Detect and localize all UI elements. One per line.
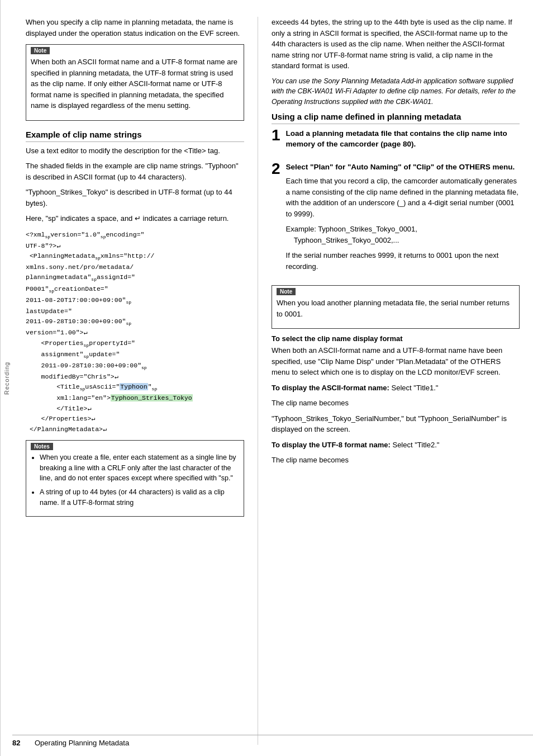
notes-label-2: Notes: [31, 443, 53, 450]
ascii-name: "Typhoon_Strikes_Tokyo_SerialNumber," bu…: [272, 413, 520, 435]
page: Recording When you specify a clip name i…: [0, 0, 533, 756]
example-cont: Typhoon_Strikes_Tokyo_0002,...: [294, 236, 399, 244]
notes-box-2: Notes When you create a file, enter each…: [26, 440, 244, 517]
content-area: When you specify a clip name in planning…: [12, 0, 533, 756]
intro-text: When you specify a clip name in planning…: [26, 17, 244, 39]
left-column: When you specify a clip name in planning…: [12, 17, 258, 745]
note-item-1: When you create a file, enter each state…: [40, 452, 239, 484]
step-2-number: 2: [272, 162, 280, 177]
note-label-1: Note: [31, 47, 50, 54]
step-1-content: Load a planning metadata file that conta…: [286, 129, 520, 153]
step-2: 2 Select "Plan" for "Auto Naming" of "Cl…: [272, 162, 520, 277]
section-title-using-clip: Using a clip name defined in planning me…: [272, 112, 520, 124]
step-2-content: Select "Plan" for "Auto Naming" of "Clip…: [286, 162, 520, 277]
clip-example-para3: "Typhoon_Strikes_Tokyo" is described in …: [26, 187, 244, 209]
step-1-heading: Load a planning metadata file that conta…: [286, 129, 520, 150]
display-format-heading: To select the clip name display format: [272, 334, 520, 343]
utf8-heading: To display the UTF-8 format name: Select…: [272, 440, 520, 451]
note-1-text: When both an ASCII format name and a UTF…: [31, 56, 239, 111]
notes-list: When you create a file, enter each state…: [31, 452, 239, 508]
display-format-body: When both an ASCII-format name and a UTF…: [272, 345, 520, 378]
ascii-heading: To display the ASCII-format name: Select…: [272, 382, 520, 394]
note-box-2: Note When you load another planning meta…: [272, 285, 520, 329]
step-2-example: Example: Typhoon_Strikes_Tokyo_0001, Typ…: [286, 224, 520, 245]
step-2-body: Each time that you record a clip, the ca…: [286, 176, 520, 219]
step-1: 1 Load a planning metadata file that con…: [272, 129, 520, 153]
utf8-heading-text: Select "Title2.": [392, 441, 439, 449]
section-title-clip-example: Example of clip name strings: [26, 130, 244, 142]
code-block: <?xmlspversion="1.0"spencoding=" UTF-8"?…: [26, 230, 244, 434]
clip-example-para1: Use a text editor to modify the descript…: [26, 145, 244, 157]
code-highlight-typhoon-strikes: Typhoon_Strikes_Tokyo: [111, 394, 193, 401]
note-2-text: When you load another planning metadata …: [277, 297, 515, 319]
clip-example-para2: The shaded fields in the example are cli…: [26, 160, 244, 182]
sidebar-label: Recording: [0, 0, 12, 756]
step-2-heading: Select "Plan" for "Auto Naming" of "Clip…: [286, 162, 520, 173]
right-column: exceeds 44 bytes, the string up to the 4…: [258, 17, 533, 745]
ascii-heading-text: Select "Title1.": [392, 384, 439, 392]
code-highlight-typhoon: Typhoon: [120, 383, 147, 390]
note-box-1: Note When both an ASCII format name and …: [26, 44, 244, 121]
example-label: Example: Typhoon_Strikes_Tokyo_0001,: [286, 225, 417, 233]
footer: 82 Operating Planning Metadata: [12, 735, 533, 747]
note-item-2: A string of up to 44 bytes (or 44 charac…: [40, 487, 239, 508]
step-1-number: 1: [272, 129, 280, 143]
ascii-result: The clip name becomes: [272, 398, 520, 409]
clip-example-para4: Here, "sp" indicates a space, and ↵ indi…: [26, 213, 244, 224]
utf8-heading-bold: To display the UTF-8 format name:: [272, 441, 391, 449]
footer-title: Operating Planning Metadata: [35, 739, 129, 747]
ascii-heading-bold: To display the ASCII-format name:: [272, 384, 389, 392]
continues-text: exceeds 44 bytes, the string up to the 4…: [272, 17, 520, 72]
note-label-2: Note: [277, 288, 296, 295]
utf8-result: The clip name becomes: [272, 455, 520, 466]
step-2-example-note: If the serial number reaches 9999, it re…: [286, 250, 520, 272]
italic-note: You can use the Sony Planning Metadata A…: [272, 76, 520, 107]
footer-page-number: 82: [12, 739, 28, 747]
